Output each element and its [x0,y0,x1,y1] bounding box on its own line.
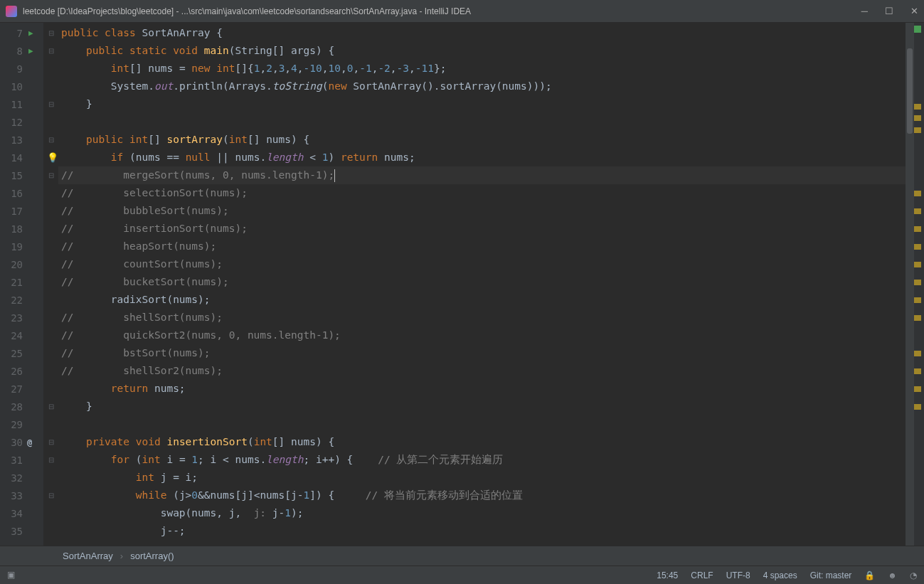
code-line[interactable]: public static void main(String[] args) { [58,42,906,60]
gutter-line[interactable]: 21 [0,273,43,291]
gutter-line[interactable]: 33 [0,487,43,504]
marker-stripe[interactable] [914,404,921,410]
fold-row[interactable] [44,504,58,522]
gutter-line[interactable]: 10 [0,78,43,95]
git-branch[interactable]: Git: master [810,570,852,580]
code-line[interactable]: } [58,95,906,113]
code-line[interactable]: int j = i; [58,469,906,487]
fold-row[interactable] [44,113,58,131]
gutter-line[interactable]: 23 [0,309,43,326]
gutter-line[interactable]: 28 [0,398,43,415]
fold-row[interactable] [44,184,58,202]
fold-toggle-icon[interactable]: ⊟ [48,456,54,464]
fold-row[interactable]: ⊟ [44,24,58,42]
gutter-line[interactable]: 17 [0,202,43,220]
hector-icon[interactable]: ☻ [888,570,897,580]
marker-stripe[interactable] [914,26,921,33]
code-line[interactable]: // bucketSort(nums); [58,273,906,291]
code-editor[interactable]: public class SortAnArray { public static… [58,23,906,546]
code-line[interactable]: // bstSort(nums); [58,344,906,362]
fold-row[interactable]: ⊟ [44,166,58,184]
code-line[interactable]: return nums; [58,380,906,398]
fold-row[interactable] [44,238,58,255]
marker-stripe[interactable] [914,297,921,303]
gutter-line[interactable]: 22 [0,291,43,309]
gutter-line[interactable]: 12 [0,113,43,131]
run-icon[interactable]: ▶ [28,46,33,55]
minimize-button[interactable]: ─ [861,6,868,16]
code-line[interactable]: // insertionSort(nums); [58,220,906,238]
fold-toggle-icon[interactable]: ⊟ [48,29,54,37]
marker-stripe[interactable] [914,315,921,321]
maximize-button[interactable]: ☐ [885,6,893,16]
cursor-position[interactable]: 15:45 [657,570,678,580]
marker-stripe[interactable] [914,280,921,285]
gutter-line[interactable]: 8▶ [0,42,43,60]
code-line[interactable]: // bubbleSort(nums); [58,202,906,220]
fold-toggle-icon[interactable]: ⊟ [48,492,54,499]
marker-stripe[interactable] [914,368,921,374]
indent-settings[interactable]: 4 spaces [763,570,797,580]
marker-stripe[interactable] [914,244,921,250]
marker-stripe[interactable] [914,208,921,214]
marker-stripe[interactable] [914,127,921,133]
fold-row[interactable] [44,362,58,380]
code-line[interactable]: swap(nums, j, j: j-1); [58,504,906,522]
fold-row[interactable]: ⊟ [44,42,58,60]
fold-row[interactable] [44,291,58,309]
gutter-line[interactable]: 34 [0,504,43,522]
code-line[interactable]: // shellSor2(nums); [58,362,906,380]
fold-toggle-icon[interactable]: ⊟ [48,438,54,446]
intention-bulb-icon[interactable]: 💡 [47,152,58,163]
code-line[interactable]: // shellSort(nums); [58,309,906,326]
fold-row[interactable] [44,255,58,273]
fold-row[interactable]: ⊟ [44,398,58,415]
gutter-line[interactable]: 16 [0,184,43,202]
gutter-line[interactable]: 32 [0,469,43,487]
fold-toggle-icon[interactable]: ⊟ [48,171,54,179]
code-line[interactable]: if (nums == null || nums.length < 1) ret… [58,149,906,166]
fold-toggle-icon[interactable]: ⊟ [48,403,54,410]
gutter-line[interactable]: 27 [0,380,43,398]
gutter-line[interactable]: 30@ [0,433,43,451]
fold-row[interactable] [44,220,58,238]
marker-stripe[interactable] [914,351,921,356]
file-encoding[interactable]: UTF-8 [726,570,750,580]
gutter-line[interactable]: 14 [0,149,43,166]
code-line[interactable]: // mergeSort(nums, 0, nums.length-1); [58,166,906,184]
fold-row[interactable] [44,469,58,487]
vertical-scrollbar[interactable] [906,23,914,546]
gutter-line[interactable]: 29 [0,415,43,433]
breadcrumb-class[interactable]: SortAnArray [63,551,113,561]
gutter-line[interactable]: 31 [0,451,43,469]
marker-stripe[interactable] [914,191,921,196]
scrollbar-thumb[interactable] [907,48,913,134]
marker-stripe[interactable] [914,226,921,232]
fold-row[interactable] [44,326,58,344]
gutter-line[interactable]: 7▶ [0,24,43,42]
code-line[interactable]: // heapSort(nums); [58,238,906,255]
breadcrumb-method[interactable]: sortArray() [130,551,174,561]
line-separator[interactable]: CRLF [691,570,713,580]
marker-stripe[interactable] [914,262,921,267]
override-icon[interactable]: @ [27,437,32,447]
code-line[interactable]: // countSort(nums); [58,255,906,273]
notification-icon[interactable]: ◔ [910,570,917,580]
gutter-line[interactable]: 20 [0,255,43,273]
code-line[interactable]: public int[] sortArray(int[] nums) { [58,131,906,149]
code-line[interactable]: j--; [58,522,906,540]
fold-row[interactable] [44,202,58,220]
gutter-line[interactable]: 9 [0,60,43,78]
code-line[interactable] [58,113,906,131]
gutter-line[interactable]: 26 [0,362,43,380]
code-line[interactable]: // selectionSort(nums); [58,184,906,202]
marker-stripe[interactable] [914,115,921,121]
fold-row[interactable]: 💡 [44,149,58,166]
fold-row[interactable] [44,380,58,398]
gutter-line[interactable]: 15 [0,166,43,184]
fold-toggle-icon[interactable]: ⊟ [48,47,54,55]
gutter-line[interactable]: 13 [0,131,43,149]
code-line[interactable]: } [58,398,906,415]
fold-toggle-icon[interactable]: ⊟ [48,100,54,108]
marker-stripe[interactable] [914,386,921,392]
